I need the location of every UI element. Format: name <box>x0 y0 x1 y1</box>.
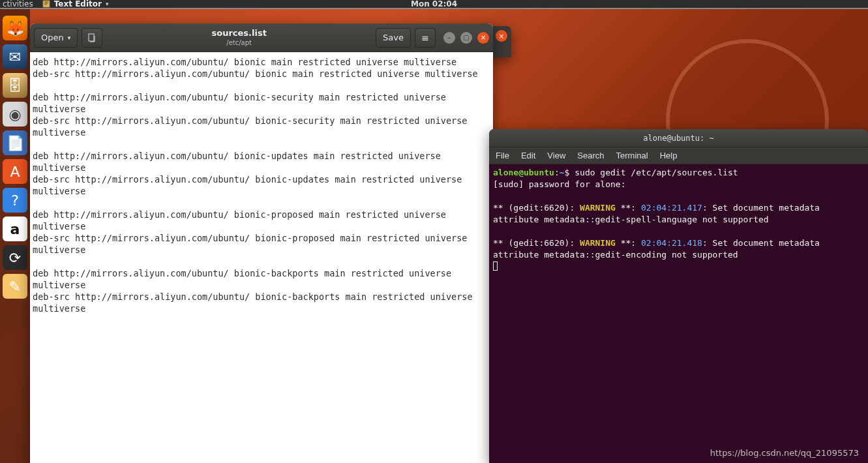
dock-thunderbird-icon[interactable]: ✉ <box>3 44 27 69</box>
new-document-icon <box>87 33 97 42</box>
svg-rect-1 <box>89 34 94 41</box>
dock-text-editor-icon[interactable]: ✎ <box>3 274 27 299</box>
close-icon[interactable]: × <box>496 30 507 42</box>
chevron-down-icon: ▾ <box>68 35 71 41</box>
window-controls: – ▢ × <box>443 32 489 44</box>
dock-files-icon[interactable]: 🗄 <box>3 73 27 98</box>
warn-mid: **: <box>616 203 641 213</box>
clock[interactable]: Mon 02:04 <box>411 0 457 8</box>
editor-text-area[interactable]: deb http://mirrors.aliyun.com/ubuntu/ bi… <box>30 52 493 463</box>
gnome-top-bar[interactable]: ctivities Text Editor ▾ Mon 02:04 <box>0 0 868 9</box>
terminal-title: alone@ubuntu: ~ <box>643 134 713 143</box>
chevron-down-icon: ▾ <box>106 1 109 7</box>
menu-file[interactable]: File <box>496 151 509 160</box>
save-button[interactable]: Save <box>376 28 411 48</box>
launcher-dock: 🦊 ✉ 🗄 ◉ 📄 A ? a ▣ ⟳ ✎ <box>0 9 30 463</box>
menu-edit[interactable]: Edit <box>521 151 535 160</box>
hamburger-icon: ≡ <box>421 33 429 42</box>
activities-button[interactable]: ctivities <box>3 0 33 8</box>
document-filename: sources.list <box>106 29 372 38</box>
terminal-cursor <box>493 261 498 271</box>
gnome-terminal-window: alone@ubuntu: ~ File Edit View Search Te… <box>489 129 868 463</box>
menu-terminal[interactable]: Terminal <box>616 151 648 160</box>
terminal-command: sudo gedit /etc/apt/sources.list <box>575 168 738 177</box>
menu-view[interactable]: View <box>547 151 565 160</box>
text-editor-icon <box>42 0 50 8</box>
dock-updater-icon[interactable]: ⟳ <box>3 245 27 270</box>
terminal-output[interactable]: alone@ubuntu:~$ sudo gedit /etc/apt/sour… <box>489 164 868 275</box>
dock-amazon-icon[interactable]: a <box>3 217 27 241</box>
dock-help-icon[interactable]: ? <box>3 188 27 213</box>
warn-prefix: ** (gedit:6620): <box>493 203 580 213</box>
open-button[interactable]: Open ▾ <box>34 28 78 48</box>
terminal-menubar[interactable]: File Edit View Search Terminal Help <box>489 147 868 164</box>
dock-software-icon[interactable]: A <box>3 159 27 184</box>
menu-help[interactable]: Help <box>660 151 678 160</box>
sudo-prompt: [sudo] password for alone: <box>493 179 626 189</box>
active-app-indicator[interactable]: Text Editor ▾ <box>42 0 109 8</box>
save-button-label: Save <box>383 33 404 42</box>
warn-timestamp-1: 02:04:21.417 <box>641 203 702 213</box>
hamburger-menu-button[interactable]: ≡ <box>415 28 436 48</box>
warning-label: WARNING <box>580 203 616 213</box>
new-tab-button[interactable] <box>82 28 102 48</box>
prompt-user: alone@ubuntu <box>493 168 554 177</box>
terminal-titlebar[interactable]: alone@ubuntu: ~ <box>489 129 868 147</box>
prompt-path: ~ <box>560 168 565 177</box>
close-button[interactable]: × <box>477 32 489 44</box>
maximize-button[interactable]: ▢ <box>460 32 472 44</box>
dock-rhythmbox-icon[interactable]: ◉ <box>3 102 27 127</box>
menu-search[interactable]: Search <box>577 151 604 160</box>
dock-firefox-icon[interactable]: 🦊 <box>3 16 27 40</box>
prompt-sep: : <box>554 168 560 177</box>
gedit-headerbar[interactable]: Open ▾ sources.list /etc/apt Save ≡ – ▢ … <box>30 23 493 52</box>
prompt-end: $ <box>565 168 570 177</box>
active-app-name: Text Editor <box>54 0 102 8</box>
open-button-label: Open <box>41 33 64 42</box>
dock-libreoffice-icon[interactable]: 📄 <box>3 130 27 155</box>
gedit-title: sources.list /etc/apt <box>106 29 372 46</box>
warn-mid: **: <box>616 238 641 248</box>
warning-label: WARNING <box>580 238 616 248</box>
gedit-window: Open ▾ sources.list /etc/apt Save ≡ – ▢ … <box>30 23 493 463</box>
warn-prefix: ** (gedit:6620): <box>493 238 580 248</box>
watermark: https://blog.csdn.net/qq_21095573 <box>710 448 859 458</box>
minimize-button[interactable]: – <box>443 32 455 44</box>
document-path: /etc/apt <box>106 39 372 46</box>
warn-timestamp-2: 02:04:21.418 <box>641 238 702 248</box>
